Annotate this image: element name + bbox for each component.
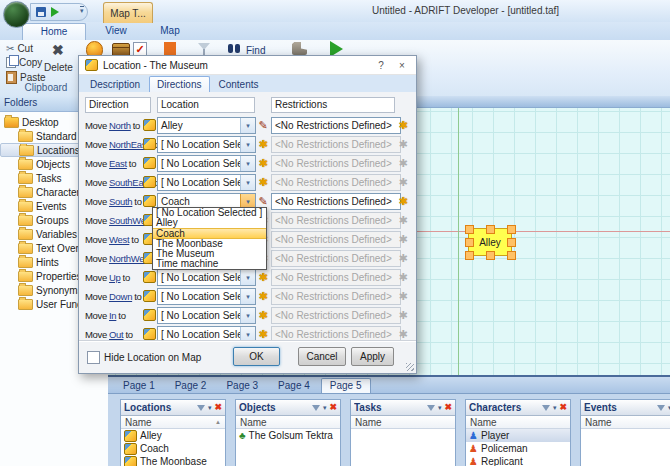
dialog-title-bar[interactable]: Location - The Museum ? ×	[79, 56, 416, 75]
edit-restrictions-icon[interactable]: ✱	[397, 157, 409, 169]
edit-restrictions-icon[interactable]: ✱	[397, 214, 409, 226]
direction-link[interactable]: West	[109, 234, 129, 245]
location-combobox[interactable]: [ No Location Selected ]▾	[157, 155, 256, 172]
new-location-icon[interactable]: ✱	[257, 157, 269, 169]
selection-handle[interactable]	[486, 225, 495, 234]
restrictions-field[interactable]: <No Restrictions Defined>	[271, 307, 401, 324]
selection-handle[interactable]	[507, 225, 516, 234]
selection-handle[interactable]	[507, 238, 516, 247]
location-combobox[interactable]: [ No Location Selected ]▾	[157, 307, 256, 324]
chevron-down-icon[interactable]: ▾	[240, 156, 255, 171]
tab-directions[interactable]: Directions	[149, 76, 209, 92]
location-combobox[interactable]: [ No Location Selected ]▾	[157, 288, 256, 305]
restrictions-field[interactable]: <No Restrictions Defined>	[271, 250, 401, 267]
chevron-down-icon[interactable]: ▾	[240, 175, 255, 190]
dropdown-item[interactable]: The Museum	[153, 249, 266, 259]
dropdown-item[interactable]: Alley	[153, 218, 266, 228]
restrictions-field[interactable]: <No Restrictions Defined>	[271, 174, 401, 191]
edit-restrictions-icon[interactable]: ✱	[397, 138, 409, 150]
close-panel-icon[interactable]: ✖	[214, 403, 222, 412]
edit-restrictions-icon[interactable]: ✱	[397, 309, 409, 321]
list-item-selected[interactable]: ♟Player	[466, 429, 570, 442]
location-combobox[interactable]: [ No Location Selected ]▾	[157, 174, 256, 191]
edit-restrictions-icon[interactable]: ✱	[397, 252, 409, 264]
restrictions-field[interactable]: <No Restrictions Defined>	[271, 117, 401, 134]
delete-icon[interactable]: ✖	[52, 42, 64, 58]
edit-location-icon[interactable]: ✎	[257, 119, 269, 131]
save-icon[interactable]	[36, 7, 46, 17]
direction-link[interactable]: Down	[109, 291, 132, 302]
column-header-name[interactable]: Name	[581, 416, 670, 429]
edit-restrictions-icon[interactable]: ✱	[397, 290, 409, 302]
direction-link[interactable]: Up	[109, 272, 121, 283]
direction-link[interactable]: In	[109, 310, 116, 321]
list-item[interactable]: ♣The Golsum Tektra	[236, 429, 340, 442]
new-location-icon[interactable]: ✱	[257, 328, 269, 340]
tab-contents[interactable]: Contents	[212, 77, 266, 92]
new-location-icon[interactable]: ✱	[257, 290, 269, 302]
filter-icon[interactable]	[542, 405, 550, 411]
dropdown-item[interactable]: The Moonbase	[153, 239, 266, 249]
location-combobox[interactable]: [ No Location Selected ]▾	[157, 136, 256, 153]
selection-handle[interactable]	[465, 251, 474, 260]
restrictions-field[interactable]: <No Restrictions Defined>	[271, 288, 401, 305]
chevron-down-icon[interactable]: ▾	[240, 118, 255, 133]
run-icon[interactable]	[51, 7, 59, 17]
chevron-down-icon[interactable]: ▾	[240, 289, 255, 304]
tab-description[interactable]: Description	[83, 77, 147, 92]
add-character-icon[interactable]	[164, 42, 176, 55]
list-item[interactable]: The Moonbase	[121, 455, 225, 466]
filter-icon[interactable]	[657, 405, 665, 411]
filter-dropdown-icon[interactable]: ▾	[323, 404, 327, 412]
walkthrough-icon[interactable]	[292, 42, 307, 55]
direction-link[interactable]: East	[109, 158, 127, 169]
ok-button[interactable]: OK	[233, 347, 280, 366]
find-icon[interactable]	[228, 44, 233, 53]
apply-button[interactable]: Apply	[351, 347, 394, 366]
location-combobox[interactable]: Alley▾	[157, 117, 256, 134]
help-icon[interactable]: ?	[373, 60, 389, 71]
chevron-down-icon[interactable]: ▾	[240, 308, 255, 323]
dropdown-item-highlighted[interactable]: Coach	[153, 228, 266, 239]
filter-dropdown-icon[interactable]: ▾	[438, 404, 442, 412]
restrictions-field[interactable]: <No Restrictions Defined>	[271, 212, 401, 229]
title-bar[interactable]: ▾ Map T... Untitled - ADRIFT Developer -…	[0, 0, 670, 22]
restrictions-field[interactable]: <No Restrictions Defined>	[271, 269, 401, 286]
close-icon[interactable]: ×	[394, 60, 410, 71]
cut-button[interactable]: ✂ Cut	[6, 43, 33, 54]
copy-button[interactable]: Copy	[6, 57, 42, 68]
edit-restrictions-icon[interactable]: ✱	[397, 195, 409, 207]
document-tab-map[interactable]: Map T...	[103, 2, 153, 23]
selection-handle[interactable]	[465, 225, 474, 234]
new-location-icon[interactable]: ✱	[257, 176, 269, 188]
close-panel-icon[interactable]: ✖	[444, 403, 452, 412]
cancel-button[interactable]: Cancel	[298, 347, 346, 366]
selection-handle[interactable]	[507, 251, 516, 260]
edit-restrictions-icon[interactable]: ✱	[397, 328, 409, 340]
filter-dropdown-icon[interactable]: ▾	[553, 404, 557, 412]
tab-map[interactable]: Map	[146, 23, 194, 39]
tab-page-4[interactable]: Page 4	[269, 378, 319, 393]
hide-location-checkbox[interactable]	[87, 351, 100, 364]
restrictions-field[interactable]: <No Restrictions Defined>	[271, 231, 401, 248]
direction-link[interactable]: North	[109, 120, 131, 131]
list-item[interactable]: ♟Policeman	[466, 442, 570, 455]
resize-grip[interactable]	[406, 363, 414, 371]
tab-page-2[interactable]: Page 2	[166, 378, 216, 393]
chevron-down-icon[interactable]: ▾	[240, 137, 255, 152]
list-item[interactable]: Alley	[121, 429, 225, 442]
filter-icon[interactable]	[312, 405, 320, 411]
new-location-icon[interactable]: ✱	[257, 309, 269, 321]
column-header-name[interactable]: Name	[351, 416, 455, 429]
close-panel-icon[interactable]: ✖	[559, 403, 567, 412]
list-item[interactable]: ♟Replicant	[466, 455, 570, 466]
filter-icon[interactable]	[197, 405, 205, 411]
selection-handle[interactable]	[486, 251, 495, 260]
dropdown-item[interactable]: Time machine	[153, 259, 266, 269]
edit-restrictions-icon[interactable]: ✱	[397, 119, 409, 131]
close-panel-icon[interactable]: ✖	[329, 403, 337, 412]
filter-dropdown-icon[interactable]: ▾	[208, 404, 212, 412]
tab-page-3[interactable]: Page 3	[217, 378, 267, 393]
selection-handle[interactable]	[465, 238, 474, 247]
new-location-icon[interactable]: ✱	[257, 138, 269, 150]
